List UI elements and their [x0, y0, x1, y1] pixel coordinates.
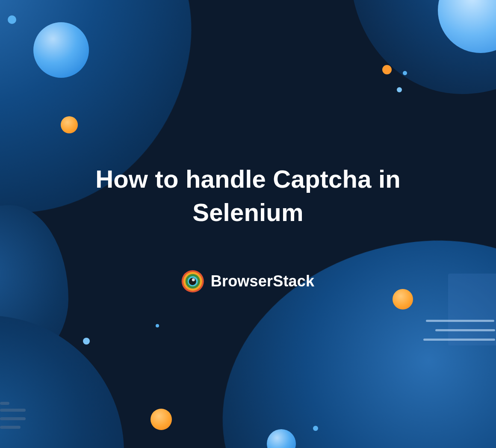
decor-dot-icon: [382, 65, 392, 74]
decor-dot-icon: [397, 87, 402, 92]
hero-card: How to handle Captcha in Selenium Browse…: [0, 0, 496, 448]
decor-lines-icon: [0, 409, 26, 434]
decor-dot-icon: [393, 289, 413, 309]
page-title: How to handle Captcha in Selenium: [47, 162, 449, 230]
decor-circle-icon: [33, 22, 89, 78]
decor-dot-icon: [151, 409, 172, 430]
browserstack-logo-icon: [182, 270, 204, 292]
decor-dot-icon: [313, 426, 318, 431]
decor-dot-icon: [83, 338, 90, 345]
brand-name: BrowserStack: [211, 272, 315, 290]
decor-dot-icon: [61, 116, 78, 133]
decor-dot-icon: [8, 15, 16, 24]
brand: BrowserStack: [182, 270, 315, 292]
decor-panel-icon: [448, 274, 496, 345]
decor-dot-icon: [403, 71, 407, 75]
decor-lines-icon: [0, 402, 9, 410]
decor-dot-icon: [156, 324, 159, 327]
